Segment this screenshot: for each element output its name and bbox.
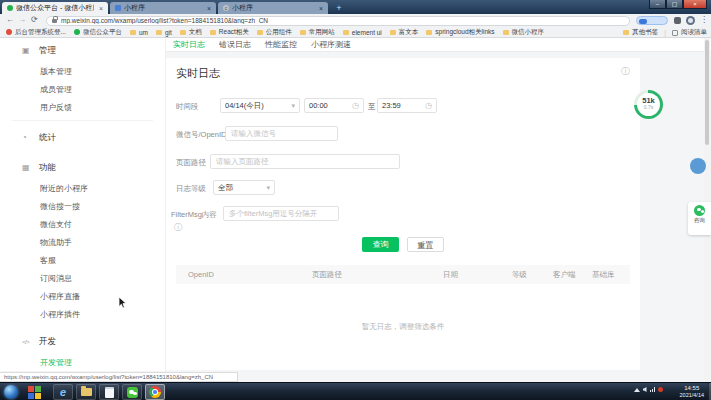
sidebar-item-service[interactable]: 客服 — [0, 251, 165, 269]
feedback-float-button[interactable] — [690, 158, 706, 174]
level-select[interactable]: 全部▾ — [213, 180, 275, 195]
maximize-button[interactable]: ▢ — [666, 0, 683, 9]
sidebar-item-members[interactable]: 成员管理 — [0, 80, 165, 98]
taskbar-notepad-icon[interactable] — [99, 384, 119, 400]
bookmark-item[interactable]: 后台管理系统登... — [6, 28, 66, 37]
doc-favicon-icon — [115, 5, 121, 11]
bookmark-item[interactable]: git — [156, 29, 172, 36]
sidebar-section-develop[interactable]: </> 开发 — [0, 329, 165, 353]
bookmark-item[interactable]: 常用网站 — [300, 28, 335, 37]
customer-service-widget[interactable]: 咨询 — [688, 202, 711, 235]
taskbar-app-icon[interactable] — [28, 386, 41, 399]
tab-title: 微信公众平台 - 微信小程序 — [16, 3, 94, 13]
openid-input[interactable] — [225, 126, 338, 141]
extension-badge[interactable] — [636, 16, 668, 25]
network-icon[interactable] — [650, 387, 656, 392]
browser-tab-1[interactable]: 微信公众平台 - 微信小程序 × — [2, 2, 108, 14]
sidebar-item-logistics[interactable]: 物流助手 — [0, 233, 165, 251]
bookmark-item[interactable]: 文档 — [180, 28, 202, 37]
bookmark-item[interactable]: element ui — [343, 29, 382, 36]
browser-menu-icon[interactable]: ⋮ — [700, 15, 708, 24]
bookmark-item[interactable]: springcloud相关links — [426, 28, 494, 37]
sidebar-section-manage[interactable]: ▣ 管理 — [0, 38, 165, 62]
close-tab-icon[interactable]: × — [207, 5, 211, 12]
sidebar-item-nearby[interactable]: 附近的小程序 — [0, 179, 165, 197]
query-button[interactable]: 查询 — [362, 237, 399, 252]
taskbar-folder-icon[interactable] — [76, 384, 96, 400]
taskbar-wechat-icon[interactable] — [122, 384, 142, 400]
sidebar-item-feedback[interactable]: 用户反馈 — [0, 98, 165, 116]
profile-icon[interactable] — [686, 16, 695, 25]
level-label: 日志等级 — [176, 184, 206, 194]
folder-icon — [426, 30, 432, 35]
info-icon[interactable]: ⓘ — [174, 222, 182, 233]
folder-icon — [210, 30, 216, 35]
taskbar-chrome-icon[interactable] — [145, 384, 165, 400]
sidebar-item-plugin[interactable]: 小程序插件 — [0, 305, 165, 323]
tab-error-log[interactable]: 错误日志 — [219, 39, 251, 50]
browser-tab-2[interactable]: 小程序 × — [110, 2, 216, 14]
col-client: 客户端 — [553, 270, 576, 280]
refresh-icon[interactable]: ⟳ — [31, 15, 38, 24]
tab-speed-test[interactable]: 小程序测速 — [311, 39, 351, 50]
sidebar-item-version[interactable]: 版本管理 — [0, 62, 165, 80]
bookmark-item[interactable]: 微信小程序 — [503, 28, 545, 37]
taskbar-clock[interactable]: 14:55 2021/4/14 — [680, 385, 704, 399]
address-bar[interactable]: mp.weixin.qq.com/wxamp/userlog/list?toke… — [46, 16, 630, 26]
scrollbar-thumb[interactable] — [705, 40, 709, 145]
tray-expand-icon[interactable] — [634, 388, 640, 392]
bookmarks-right-group: 其他书签 | 阅读清单 — [617, 27, 707, 38]
help-icon[interactable]: ⓘ — [621, 65, 630, 78]
bookmark-item[interactable]: um — [130, 29, 148, 36]
date-select[interactable]: 04/14(今日)▾ — [220, 98, 300, 113]
bookmark-item[interactable]: React相关 — [210, 28, 249, 37]
table-header: OpenID 页面路径 日期 等级 客户端 基础库 — [176, 265, 630, 284]
empty-state-text: 暂无日志，调整筛选条件 — [166, 322, 640, 332]
tab-realtime-log[interactable]: 实时日志 — [173, 39, 205, 50]
close-button[interactable]: × — [683, 0, 707, 9]
divider: | — [664, 29, 666, 36]
sidebar-item-pay[interactable]: 微信支付 — [0, 215, 165, 233]
minimize-button[interactable]: – — [649, 0, 666, 9]
taskbar-ie-icon[interactable]: e — [53, 384, 73, 400]
bookmark-item[interactable]: 富文本 — [390, 28, 419, 37]
screen: 微信公众平台 - 微信小程序 × 小程序 × c 小程序 × + – ▢ × ←… — [0, 0, 711, 400]
reset-button[interactable]: 重置 — [407, 237, 444, 252]
new-tab-button[interactable]: + — [333, 3, 345, 13]
bookmark-icon — [74, 29, 80, 35]
folder-icon — [343, 30, 349, 35]
other-bookmarks[interactable]: 其他书签 — [623, 28, 658, 37]
system-tray[interactable] — [634, 387, 664, 392]
sidebar-section-features[interactable]: ▦ 功能 — [0, 155, 165, 179]
main-area: 实时日志 错误日志 性能监控 小程序测速 实时日志 ⓘ 时间段 04/14(今日… — [166, 38, 711, 382]
close-tab-icon[interactable]: × — [99, 5, 103, 12]
col-openid: OpenID — [188, 270, 214, 279]
time-to-input[interactable]: 23:59◷ — [377, 98, 437, 113]
close-tab-icon[interactable]: × — [319, 5, 323, 12]
folder-icon — [390, 30, 396, 35]
extensions-icon[interactable] — [674, 17, 681, 24]
tab-performance[interactable]: 性能监控 — [265, 39, 297, 50]
time-from-input[interactable]: 00:00◷ — [304, 98, 364, 113]
bookmark-item[interactable]: 微信公众平台 — [74, 28, 122, 37]
sidebar-item-live[interactable]: 小程序直播 — [0, 287, 165, 305]
filtermsg-input[interactable] — [223, 206, 339, 221]
forward-icon[interactable]: → — [18, 15, 26, 24]
url-text[interactable]: mp.weixin.qq.com/wxamp/userlog/list?toke… — [61, 17, 268, 24]
back-icon[interactable]: ← — [6, 15, 14, 24]
notification-icon[interactable] — [658, 387, 663, 392]
score-ring-widget[interactable]: 51k 0.7s — [634, 90, 663, 119]
reading-list[interactable]: 阅读清单 — [672, 28, 707, 37]
sidebar-item-dev-manage[interactable]: 开发管理 — [0, 353, 165, 371]
sidebar-section-stats[interactable]: ◔ 统计 — [0, 125, 165, 149]
sidebar-item-subscribe[interactable]: 订阅消息 — [0, 269, 165, 287]
path-input[interactable] — [210, 154, 400, 169]
status-link: https://mp.weixin.qq.com/wxamp/userlog/l… — [0, 372, 238, 382]
bookmark-item[interactable]: 公用组件 — [257, 28, 292, 37]
browser-tab-3[interactable]: c 小程序 × — [218, 2, 328, 14]
start-button[interactable] — [4, 385, 18, 399]
clock-time: 14:55 — [680, 385, 704, 392]
clock-date: 2021/4/14 — [680, 392, 704, 399]
volume-icon[interactable] — [643, 387, 647, 392]
sidebar-item-search[interactable]: 微信搜一搜 — [0, 197, 165, 215]
